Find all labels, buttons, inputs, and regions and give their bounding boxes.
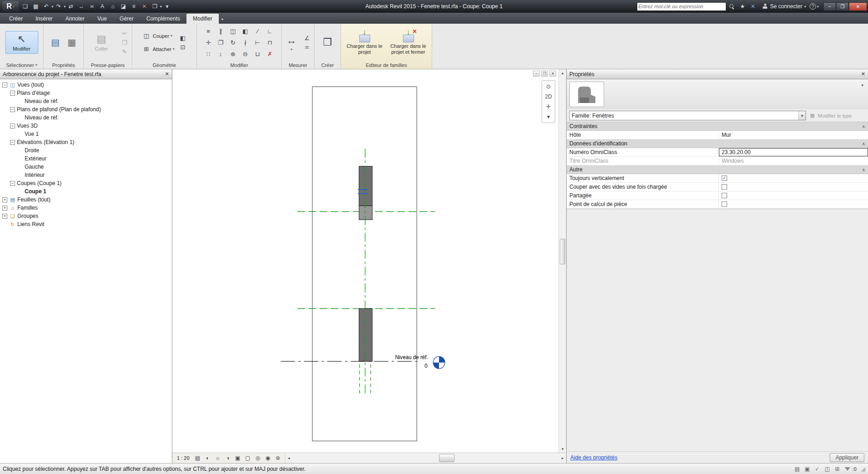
text-icon[interactable]: A [98, 2, 107, 11]
filter-icon[interactable] [845, 467, 850, 471]
linework-icon[interactable]: ∕ [253, 26, 263, 36]
expander-collapse-icon[interactable]: − [10, 124, 15, 129]
scroll-right-icon[interactable]: ▸ [559, 453, 566, 463]
press-drag-icon[interactable]: ⊞ [833, 465, 842, 473]
load-into-project-and-close-button[interactable]: ↓✕ Charger dans le projet et fermer [388, 28, 429, 57]
drawing-canvas[interactable]: Niveau de réf. 0 [172, 69, 558, 453]
crop-region[interactable] [312, 87, 417, 441]
tree-item-plans-d-etage[interactable]: −Plans d'étage [0, 89, 172, 97]
load-into-project-button[interactable]: ↓ Charger dans le projet [345, 28, 385, 57]
pan-icon[interactable]: ✛ [543, 102, 554, 112]
tree-item-coupes-coupe-1[interactable]: −Coupes (Coupe 1) [0, 179, 172, 187]
tree-item-vues-3d[interactable]: −Vues 3D [0, 122, 172, 130]
pick-geometry-icon[interactable]: ⊡ [178, 42, 188, 52]
scroll-left-icon[interactable]: ◂ [285, 453, 293, 463]
close-hidden-windows-icon[interactable]: ✕ [140, 2, 149, 11]
geometrie-panel-label[interactable]: Géométrie [132, 61, 196, 69]
favorites-star-icon[interactable]: ★ [738, 2, 747, 11]
property-value-toujours-verticalement[interactable]: ✓ [719, 174, 868, 182]
minimize-button[interactable]: − [823, 2, 836, 11]
tab-options-button[interactable]: ▾ [222, 17, 223, 21]
creer-panel-label[interactable]: Créer [315, 61, 341, 69]
unpin-icon[interactable]: ⊖ [240, 49, 250, 58]
default-3d-view-icon[interactable]: ⌂ [108, 2, 118, 11]
vertical-scroll-thumb[interactable] [560, 239, 565, 264]
presse-papiers-panel-label[interactable]: Presse-papiers [84, 61, 132, 69]
tree-item-droite[interactable]: Droite [0, 146, 172, 155]
proprietes-panel-label[interactable]: Propriétés [44, 61, 83, 69]
horizontal-scroll-thumb[interactable] [439, 454, 455, 462]
match-properties-icon[interactable]: ✎ [119, 47, 129, 56]
expander-collapse-icon[interactable]: − [10, 91, 15, 96]
tab-complements[interactable]: Compléments [140, 14, 186, 24]
restore-button[interactable]: ❐ [836, 2, 849, 11]
tree-item-coupe-1[interactable]: Coupe 1 [0, 187, 172, 196]
undo-icon[interactable]: ↶ [41, 2, 51, 11]
tab-annoter[interactable]: Annoter [59, 14, 91, 24]
crop-view-icon[interactable]: ▣ [233, 454, 243, 462]
tree-item-elevations-elevation-1[interactable]: −Elévations (Elévation 1) [0, 138, 172, 146]
tree-item-niveau-de-ref[interactable]: Niveau de réf. [0, 113, 172, 122]
close-button[interactable]: ✕ [849, 2, 867, 11]
thin-lines-icon[interactable]: ≡ [129, 2, 139, 11]
zoom-2d-icon[interactable]: 2D [543, 92, 554, 102]
offset-icon[interactable]: ∥ [216, 26, 226, 36]
property-value-hote[interactable]: Mur [719, 131, 868, 139]
sun-path-icon[interactable]: ☼ [213, 454, 222, 462]
tab-modifier[interactable]: Modifier [186, 14, 219, 24]
design-options-icon[interactable]: ▣ [803, 465, 812, 473]
view-close-icon[interactable]: ✕ [549, 71, 556, 77]
copy-icon[interactable]: ❐ [119, 38, 129, 47]
property-value-point-de-calcul-de-piece[interactable] [719, 200, 868, 208]
expander-collapse-icon[interactable]: − [2, 82, 7, 88]
align-icon[interactable]: ≡ [203, 26, 213, 36]
measure-icon[interactable]: ↔ [77, 2, 86, 11]
tree-item-familles[interactable]: +⌂Familles [0, 204, 172, 212]
tree-item-feuilles-tout[interactable]: +▤Feuilles (tout) [0, 196, 172, 204]
section-contraintes[interactable]: Contraintes∧ [567, 122, 868, 131]
section-autre[interactable]: Autre∧ [567, 165, 868, 174]
join-icon[interactable]: ⊔ [253, 49, 263, 58]
tree-item-gauche[interactable]: Gauche [0, 163, 172, 171]
resize-grip[interactable]: ◢ [861, 466, 865, 472]
section-icon[interactable]: ◪ [119, 2, 128, 11]
tab-creer[interactable]: Créer [3, 14, 29, 24]
cut-geometry-button[interactable]: ◫ Couper ▾ [140, 31, 173, 41]
project-browser-close-icon[interactable]: ✕ [165, 71, 169, 77]
array-icon[interactable]: ∷ [203, 49, 213, 58]
mirror-axis-icon[interactable]: ◫ [228, 26, 238, 36]
redo-icon[interactable]: ↷ [54, 2, 63, 11]
property-value-partagee[interactable] [719, 191, 868, 200]
view-restore-icon[interactable]: ❐ [541, 71, 548, 77]
checkbox-point-de-calcul-de-piece[interactable] [722, 201, 727, 207]
tab-gerer[interactable]: Gérer [113, 14, 140, 24]
expander-expand-icon[interactable]: + [2, 214, 7, 219]
tree-item-vue-1[interactable]: Vue 1 [0, 130, 172, 138]
mirror-pick-icon[interactable]: ◧ [240, 26, 250, 36]
delete-icon[interactable]: ✗ [265, 49, 275, 58]
section-donnees-d-identification[interactable]: Données d'identification∧ [567, 139, 868, 148]
join-geometry-button[interactable]: ⊞ Attacher ▾ [140, 44, 176, 54]
expander-collapse-icon[interactable]: − [10, 107, 15, 112]
selectionner-panel-label[interactable]: Sélectionner▾ [0, 61, 43, 69]
type-preview-dropdown-icon[interactable]: ▾ [861, 81, 865, 88]
editable-only-icon[interactable]: ✓ [813, 465, 822, 473]
tree-item-liens-revit[interactable]: ↻Liens Revit [0, 220, 172, 228]
edit-type-button[interactable]: ▦ Modifier le type [809, 112, 865, 119]
show-crop-region-icon[interactable]: ▢ [243, 454, 253, 462]
scroll-up-icon[interactable]: ▴ [559, 69, 566, 77]
visual-style-icon[interactable]: ◐ [203, 454, 212, 462]
split-icon[interactable]: ∤ [240, 38, 250, 47]
open-icon[interactable]: ❏ [21, 2, 30, 11]
expander-expand-icon[interactable]: + [2, 197, 7, 202]
scroll-down-icon[interactable]: ▾ [559, 445, 566, 453]
property-value-couper-avec-des-vides-une-fois-chargee[interactable] [719, 183, 868, 191]
properties-palette-icon[interactable]: ▤ [49, 36, 62, 49]
cut-icon[interactable]: ✂ [119, 29, 129, 38]
family-selector-arrow-icon[interactable]: ▾ [798, 111, 806, 120]
tree-item-interieur[interactable]: Intérieur [0, 171, 172, 179]
copy-element-icon[interactable]: ❐ [216, 38, 226, 47]
expander-expand-icon[interactable]: + [2, 206, 7, 211]
tree-item-exterieur[interactable]: Extérieur [0, 155, 172, 163]
search-input[interactable] [638, 4, 725, 9]
